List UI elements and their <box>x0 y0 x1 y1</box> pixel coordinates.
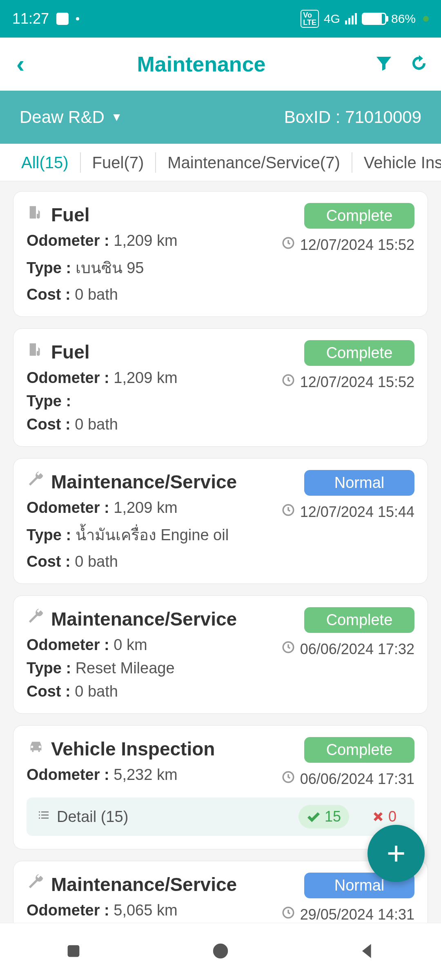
card-timestamp: 12/07/2024 15:44 <box>281 503 414 521</box>
system-nav-bar <box>0 923 441 980</box>
card-0[interactable]: Fuel Odometer : 1,209 kmType : เบนซิน 95… <box>13 191 428 317</box>
filter-button[interactable] <box>374 53 394 75</box>
detail-bar[interactable]: Detail (15) 15 0 <box>27 797 414 836</box>
card-timestamp: 29/05/2024 14:31 <box>281 906 414 923</box>
signal-icon <box>345 13 357 24</box>
tab-1[interactable]: Fuel(7) <box>81 152 156 173</box>
nav-back[interactable] <box>358 942 377 962</box>
clock-icon <box>281 503 295 521</box>
svg-point-8 <box>218 949 223 953</box>
app-header: ‹ Maintenance <box>0 38 441 91</box>
page-title: Maintenance <box>29 52 374 76</box>
status-badge: Complete <box>304 203 414 229</box>
nav-recents[interactable] <box>64 942 83 962</box>
org-bar: Deaw R&D ▼ BoxID : 71010009 <box>0 91 441 144</box>
tabs: All(15)Fuel(7)Maintenance/Service(7)Vehi… <box>0 144 441 181</box>
back-button[interactable]: ‹ <box>12 52 29 76</box>
status-app-indicator <box>56 13 69 25</box>
org-selector[interactable]: Deaw R&D ▼ <box>20 107 122 127</box>
network-type: 4G <box>324 12 340 26</box>
card-list: Fuel Odometer : 1,209 kmType : เบนซิน 95… <box>0 181 441 923</box>
card-5[interactable]: Maintenance/Service Odometer : 5,065 km … <box>13 861 428 923</box>
card-timestamp: 06/06/2024 17:31 <box>281 770 414 788</box>
card-4[interactable]: Vehicle Inspection Odometer : 5,232 km C… <box>13 725 428 849</box>
status-badge: Complete <box>304 607 414 633</box>
card-timestamp: 12/07/2024 15:52 <box>281 373 414 391</box>
funnel-icon <box>374 53 394 73</box>
card-title: Maintenance/Service <box>51 873 237 895</box>
pass-count: 15 <box>298 805 349 829</box>
org-name: Deaw R&D <box>20 107 105 127</box>
wrench-icon <box>27 607 45 630</box>
card-title: Vehicle Inspection <box>51 738 215 760</box>
status-badge: Complete <box>304 340 414 366</box>
clock-icon <box>281 373 295 391</box>
volte-icon: VoLTE <box>301 10 319 28</box>
card-title: Maintenance/Service <box>51 608 237 630</box>
status-bar: 11:27 VoLTE 4G 86% <box>0 0 441 38</box>
fuel-icon <box>27 203 45 226</box>
status-dot <box>76 17 79 20</box>
tab-0[interactable]: All(15) <box>10 152 81 173</box>
clock-icon <box>281 770 295 788</box>
fuel-icon <box>27 340 45 363</box>
wrench-icon <box>27 470 45 493</box>
tab-2[interactable]: Maintenance/Service(7) <box>156 152 352 173</box>
card-timestamp: 12/07/2024 15:52 <box>281 236 414 254</box>
battery-percent: 86% <box>391 12 416 26</box>
refresh-icon <box>409 53 429 73</box>
car-icon <box>27 737 45 760</box>
battery-icon <box>362 13 386 25</box>
refresh-button[interactable] <box>409 53 429 75</box>
card-2[interactable]: Maintenance/Service Odometer : 1,209 kmT… <box>13 458 428 584</box>
status-time: 11:27 <box>12 10 49 27</box>
card-1[interactable]: Fuel Odometer : 1,209 kmType : Cost : 0 … <box>13 328 428 447</box>
clock-icon <box>281 906 295 923</box>
card-timestamp: 06/06/2024 17:32 <box>281 640 414 658</box>
card-title: Fuel <box>51 204 90 226</box>
boxid-label: BoxID : <box>284 107 341 127</box>
clock-icon <box>281 640 295 658</box>
card-title: Fuel <box>51 341 90 363</box>
svg-rect-6 <box>68 945 79 956</box>
card-title: Maintenance/Service <box>51 471 237 493</box>
list-icon <box>36 808 51 826</box>
status-badge: Normal <box>304 470 414 496</box>
add-button[interactable]: + <box>368 825 425 882</box>
chevron-down-icon: ▼ <box>111 111 122 124</box>
clock-icon <box>281 236 295 254</box>
status-green-dot <box>423 16 429 22</box>
nav-home[interactable] <box>211 942 230 962</box>
card-3[interactable]: Maintenance/Service Odometer : 0 kmType … <box>13 595 428 714</box>
status-badge: Complete <box>304 737 414 763</box>
wrench-icon <box>27 873 45 896</box>
tab-3[interactable]: Vehicle Inspection( <box>352 152 441 173</box>
boxid-value: 71010009 <box>345 107 421 127</box>
